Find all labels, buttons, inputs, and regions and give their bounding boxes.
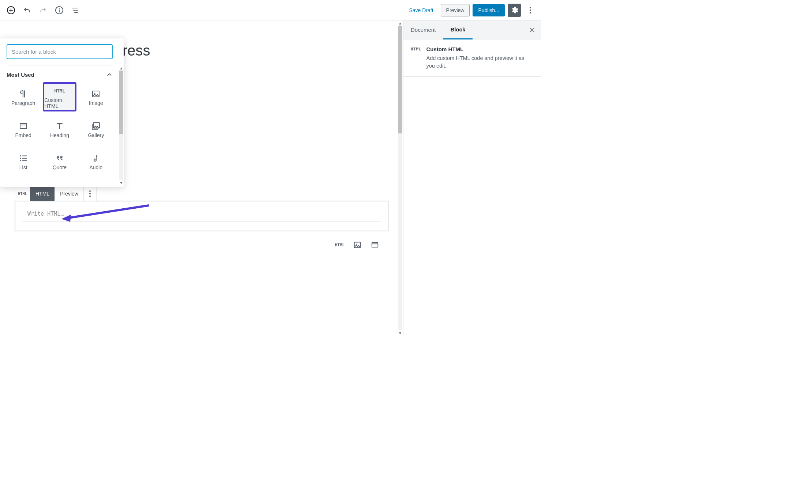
- settings-sidebar: Document Block HTML Custom HTML Add cust…: [403, 20, 541, 336]
- inserter-scrollbar[interactable]: ▲ ▼: [119, 64, 124, 187]
- close-sidebar-button[interactable]: [523, 22, 541, 38]
- inserter-section-title: Most Used: [7, 72, 34, 78]
- outline-icon: [71, 6, 80, 15]
- block-card-title: Custom HTML: [426, 46, 534, 52]
- more-options-button[interactable]: [524, 4, 537, 17]
- svg-rect-10: [20, 124, 27, 129]
- block-item-heading[interactable]: Heading: [43, 114, 76, 144]
- svg-point-2: [59, 8, 60, 9]
- post-title[interactable]: ress: [123, 42, 403, 59]
- block-card-description: Add custom HTML code and preview it as y…: [426, 54, 534, 70]
- html-text-icon: HTML: [54, 85, 65, 97]
- plus-circle-icon: [7, 6, 15, 15]
- chevron-up-icon: [106, 71, 113, 78]
- block-item-embed[interactable]: Embed: [7, 114, 40, 144]
- html-tab[interactable]: HTML: [30, 186, 54, 201]
- undo-button[interactable]: [20, 4, 34, 17]
- block-item-audio[interactable]: Audio: [79, 147, 113, 176]
- html-text-icon: HTML: [411, 46, 421, 70]
- quote-icon: [55, 152, 64, 164]
- block-item-gallery[interactable]: Gallery: [79, 114, 113, 144]
- canvas-scrollbar[interactable]: ▲ ▼: [398, 20, 402, 336]
- block-item-label: Image: [89, 100, 103, 106]
- block-item-label: Heading: [50, 132, 69, 138]
- inserter-section-toggle[interactable]: Most Used: [7, 65, 113, 82]
- svg-point-15: [94, 159, 96, 161]
- tab-block[interactable]: Block: [443, 20, 473, 39]
- redo-icon: [39, 6, 48, 15]
- add-block-button[interactable]: [4, 4, 18, 17]
- settings-toggle-button[interactable]: [508, 4, 521, 17]
- custom-html-block: [15, 201, 388, 231]
- block-more-options-button[interactable]: [83, 186, 97, 201]
- paragraph-icon: [19, 88, 28, 100]
- block-toolbar: HTML HTML Preview: [15, 186, 388, 201]
- close-icon: [529, 27, 535, 33]
- block-search-input[interactable]: [7, 44, 113, 59]
- undo-icon: [23, 6, 31, 15]
- embed-icon: [371, 241, 379, 249]
- tab-document[interactable]: Document: [403, 21, 443, 39]
- block-item-custom-html[interactable]: HTMLCustom HTML: [43, 82, 76, 111]
- block-item-label: List: [19, 164, 27, 170]
- block-item-label: Gallery: [88, 132, 104, 138]
- kebab-icon: [89, 190, 91, 197]
- save-draft-button[interactable]: Save Draft: [405, 4, 437, 16]
- html-code-input[interactable]: [22, 206, 381, 222]
- block-item-label: Audio: [89, 164, 102, 170]
- list-icon: [19, 152, 28, 164]
- block-item-list[interactable]: List: [7, 147, 40, 176]
- canvas-wrap: ress hoose a block HTML HTML Preview: [0, 20, 403, 336]
- gear-icon: [510, 6, 518, 14]
- suggested-block-html[interactable]: HTML: [334, 239, 345, 250]
- sidebar-tabs: Document Block: [403, 20, 541, 39]
- svg-point-14: [20, 160, 21, 161]
- svg-point-6: [356, 244, 357, 245]
- embed-icon: [19, 120, 28, 132]
- suggested-block-image[interactable]: [352, 239, 363, 250]
- svg-rect-7: [372, 243, 378, 247]
- heading-icon: [55, 120, 64, 132]
- info-icon: [55, 6, 64, 15]
- audio-icon: [91, 152, 100, 164]
- suggested-block-embed[interactable]: [369, 239, 380, 250]
- svg-point-9: [94, 93, 95, 94]
- preview-tab[interactable]: Preview: [54, 186, 83, 201]
- image-icon: [353, 241, 361, 249]
- publish-button[interactable]: Publish...: [473, 4, 505, 16]
- block-item-label: Embed: [15, 132, 31, 138]
- editor-workspace: ress hoose a block HTML HTML Preview: [0, 20, 541, 336]
- block-item-label: Paragraph: [11, 100, 35, 106]
- block-description-card: HTML Custom HTML Add custom HTML code an…: [403, 39, 541, 77]
- gallery-icon: [91, 120, 101, 132]
- image-icon: [91, 88, 100, 100]
- inline-block-inserter: HTML: [0, 239, 380, 250]
- block-grid: ParagraphHTMLCustom HTMLImageEmbedHeadin…: [7, 82, 113, 182]
- default-block-appender[interactable]: hoose a block: [77, 177, 403, 184]
- kebab-icon: [530, 7, 531, 14]
- editor-top-toolbar: Save Draft Preview Publish...: [0, 0, 541, 20]
- block-inserter-panel: Most Used ParagraphHTMLCustom HTMLImageE…: [0, 38, 124, 187]
- block-item-paragraph[interactable]: Paragraph: [7, 82, 40, 111]
- content-info-button[interactable]: [53, 4, 66, 17]
- svg-point-13: [20, 158, 21, 159]
- html-block-area: HTML HTML Preview: [15, 186, 388, 231]
- redo-button[interactable]: [37, 4, 50, 17]
- block-navigation-button[interactable]: [69, 4, 82, 17]
- preview-button[interactable]: Preview: [441, 4, 470, 16]
- svg-point-12: [20, 155, 21, 156]
- block-item-label: Quote: [53, 164, 67, 170]
- block-type-indicator[interactable]: HTML: [15, 186, 30, 201]
- block-item-label: Custom HTML: [44, 97, 75, 109]
- block-item-quote[interactable]: Quote: [43, 147, 76, 176]
- block-item-image[interactable]: Image: [79, 82, 113, 111]
